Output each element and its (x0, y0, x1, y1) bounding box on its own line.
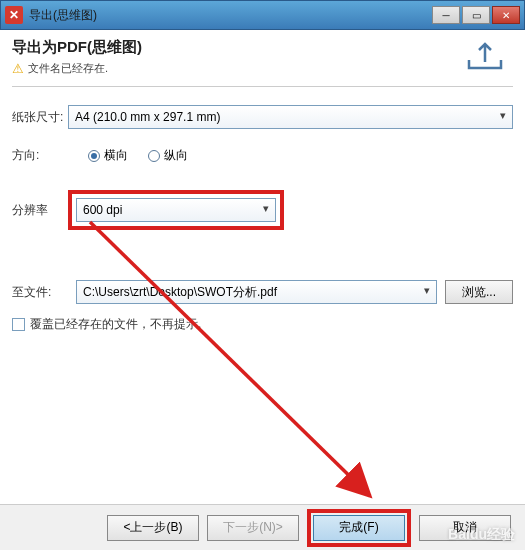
close-button[interactable]: ✕ (492, 6, 520, 24)
warning-text: 文件名已经存在. (28, 61, 108, 76)
resolution-value: 600 dpi (83, 203, 122, 217)
resolution-select[interactable]: 600 dpi (76, 198, 276, 222)
window-title: 导出(思维图) (29, 7, 432, 24)
next-button: 下一步(N)> (207, 515, 299, 541)
resolution-label: 分辨率 (12, 202, 68, 219)
radio-icon (148, 150, 160, 162)
destfile-input[interactable]: C:\Users\zrt\Desktop\SWOT分析.pdf (76, 280, 437, 304)
overwrite-checkbox[interactable] (12, 318, 25, 331)
maximize-button[interactable]: ▭ (462, 6, 490, 24)
finish-button[interactable]: 完成(F) (313, 515, 405, 541)
minimize-button[interactable]: ─ (432, 6, 460, 24)
paper-size-select[interactable]: A4 (210.0 mm x 297.1 mm) (68, 105, 513, 129)
cancel-button[interactable]: 取消 (419, 515, 511, 541)
browse-button[interactable]: 浏览... (445, 280, 513, 304)
separator (12, 86, 513, 87)
export-icon (465, 40, 505, 75)
warning-icon: ⚠ (12, 61, 24, 76)
destfile-value: C:\Users\zrt\Desktop\SWOT分析.pdf (83, 284, 277, 301)
dialog-title: 导出为PDF(思维图) (12, 38, 513, 57)
paper-size-value: A4 (210.0 mm x 297.1 mm) (75, 110, 220, 124)
button-bar: <上一步(B) 下一步(N)> 完成(F) 取消 (0, 504, 525, 550)
orientation-portrait[interactable]: 纵向 (148, 147, 188, 164)
finish-highlight: 完成(F) (307, 509, 411, 547)
resolution-highlight: 600 dpi (68, 190, 284, 230)
radio-checked-icon (88, 150, 100, 162)
prev-button[interactable]: <上一步(B) (107, 515, 199, 541)
orientation-landscape[interactable]: 横向 (88, 147, 128, 164)
window-titlebar: ✕ 导出(思维图) ─ ▭ ✕ (0, 0, 525, 30)
orientation-label: 方向: (12, 147, 68, 164)
app-icon: ✕ (5, 6, 23, 24)
paper-size-label: 纸张尺寸: (12, 109, 68, 126)
destfile-label: 至文件: (12, 284, 68, 301)
overwrite-label: 覆盖已经存在的文件，不再提示. (30, 316, 201, 333)
